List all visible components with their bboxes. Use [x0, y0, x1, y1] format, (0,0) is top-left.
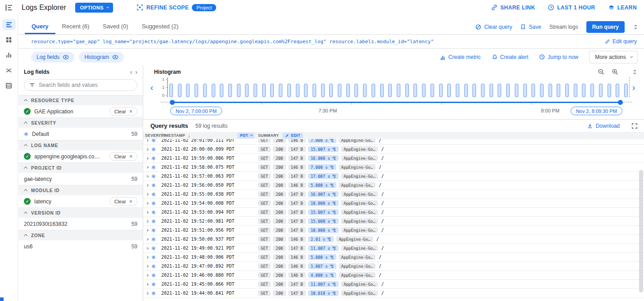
histogram-bar[interactable]: [338, 84, 341, 97]
user-agent-chip[interactable]: AppEngine-Go…: [341, 146, 378, 152]
time-range-button[interactable]: LAST 1 HOUR: [548, 4, 595, 11]
latency-chip[interactable]: 7.008 s: [308, 139, 336, 143]
latency-chip[interactable]: 4.008 s: [308, 272, 336, 278]
histogram-toggle-chip[interactable]: Histogram: [79, 52, 124, 63]
histogram-bar[interactable]: [557, 84, 560, 97]
pan-left-arrow[interactable]: ‹: [148, 83, 156, 92]
range-end-handle[interactable]: [618, 100, 623, 105]
histogram-bar[interactable]: [270, 84, 274, 97]
histogram-bar[interactable]: [439, 84, 443, 97]
response-size-chip[interactable]: 147 B: [288, 146, 306, 152]
http-method-chip[interactable]: GET: [258, 218, 271, 224]
expand-row-chevron-icon[interactable]: [146, 139, 149, 141]
user-agent-chip[interactable]: AppEngine-Go…: [341, 191, 378, 197]
clear-filter-button[interactable]: Clear×: [109, 152, 137, 161]
expand-row-chevron-icon[interactable]: [146, 229, 149, 232]
log-row[interactable]: 2021-11-02 19:58:00.075 PDTGET200146 B7.…: [143, 163, 644, 172]
http-status-chip[interactable]: 200: [273, 245, 286, 251]
histogram-bar[interactable]: [304, 84, 308, 97]
latency-chip[interactable]: 5.008 s: [308, 254, 336, 260]
user-agent-chip[interactable]: AppEngine-Go…: [339, 272, 376, 278]
histogram-bar[interactable]: [329, 84, 333, 97]
field-search-input[interactable]: [39, 82, 132, 88]
log-row[interactable]: 2021-11-02 20:01:00.111 PDTGET200146 B7.…: [143, 139, 644, 145]
http-method-chip[interactable]: GET: [258, 155, 271, 161]
http-method-chip[interactable]: GET: [258, 191, 271, 197]
log-row[interactable]: 2021-11-02 19:53:00.994 PDTGET200147 B15…: [143, 208, 644, 217]
download-button[interactable]: Download: [587, 123, 620, 129]
latency-chip[interactable]: 15.007 s: [308, 146, 339, 152]
histogram-bar[interactable]: [380, 84, 384, 97]
histogram-bars[interactable]: [168, 77, 630, 97]
histogram-bar[interactable]: [363, 84, 367, 97]
http-status-chip[interactable]: 200: [273, 155, 286, 161]
field-item[interactable]: us659: [18, 240, 143, 252]
histogram-bar[interactable]: [203, 84, 207, 97]
edit-summary-chip[interactable]: EDIT: [282, 133, 303, 139]
histogram-bar[interactable]: [481, 84, 485, 97]
histogram-bar[interactable]: [186, 84, 190, 97]
latency-chip[interactable]: 11.007 s: [308, 245, 339, 251]
user-agent-chip[interactable]: AppEngine-Go…: [339, 139, 376, 143]
log-row[interactable]: 2021-11-02 19:52:00.981 PDTGET200147 B15…: [143, 217, 644, 226]
zoom-out-icon[interactable]: [598, 68, 604, 75]
expand-row-chevron-icon[interactable]: [146, 184, 149, 187]
range-start-handle[interactable]: [170, 100, 175, 105]
http-status-chip[interactable]: 200: [273, 254, 286, 260]
response-size-chip[interactable]: 146 B: [288, 139, 306, 143]
histogram-bar[interactable]: [212, 84, 215, 97]
user-agent-chip[interactable]: AppEngine-Go…: [339, 254, 376, 260]
user-agent-chip[interactable]: AppEngine-Go…: [341, 218, 378, 224]
response-size-chip[interactable]: 146 B: [288, 272, 306, 278]
stream-logs-button[interactable]: Stream logs: [549, 24, 578, 30]
collapse-panel-left-icon[interactable]: ‹: [130, 68, 132, 76]
http-status-chip[interactable]: 200: [273, 209, 286, 215]
response-size-chip[interactable]: 147 B: [288, 209, 306, 215]
response-size-chip[interactable]: 147 B: [288, 218, 306, 224]
latency-chip[interactable]: 16.007 s: [308, 191, 339, 197]
response-size-chip[interactable]: 146 B: [288, 164, 306, 170]
field-section-header[interactable]: ZONE: [18, 230, 143, 240]
histogram-bar[interactable]: [169, 84, 173, 97]
expand-panel-right-icon[interactable]: ›: [135, 68, 137, 76]
histogram-bar[interactable]: [279, 84, 282, 97]
histogram-bar[interactable]: [178, 84, 181, 97]
nav-logs-explorer[interactable]: [2, 19, 16, 30]
clear-query-button[interactable]: Clear query: [475, 24, 512, 30]
sort-descending-icon[interactable]: ↓: [188, 133, 190, 138]
log-row[interactable]: 2021-11-02 19:47:00.892 PDTGET200146 B1.…: [143, 262, 644, 271]
field-section-header[interactable]: PROJECT ID: [18, 162, 143, 173]
expand-row-chevron-icon[interactable]: [146, 238, 149, 241]
fullscreen-icon[interactable]: [631, 123, 638, 129]
http-method-chip[interactable]: GET: [258, 209, 271, 215]
user-agent-chip[interactable]: AppEngine-Go…: [339, 182, 376, 188]
histogram-bar[interactable]: [254, 84, 257, 97]
timeline-selection[interactable]: [172, 102, 621, 103]
histogram-bar[interactable]: [422, 84, 426, 97]
collapse-query-icon[interactable]: [633, 24, 639, 30]
http-status-chip[interactable]: 200: [273, 182, 286, 188]
http-method-chip[interactable]: GET: [258, 263, 271, 269]
histogram-bar[interactable]: [531, 84, 535, 97]
nav-logs-router[interactable]: [2, 65, 16, 76]
histogram-bar[interactable]: [574, 84, 577, 97]
http-method-chip[interactable]: GET: [258, 290, 271, 296]
nav-logs-metrics[interactable]: [2, 49, 16, 61]
latency-chip[interactable]: 7.008 s: [308, 164, 336, 170]
query-editor[interactable]: resource.type="gae_app" log_name="projec…: [18, 35, 644, 49]
field-section-header[interactable]: VERSION ID: [18, 207, 143, 218]
create-metric-button[interactable]: Create metric: [440, 54, 481, 60]
clear-filter-button[interactable]: Clear×: [109, 197, 137, 206]
http-method-chip[interactable]: GET: [258, 164, 271, 170]
log-row[interactable]: 2021-11-02 20:00:00.099 PDTGET200147 B15…: [143, 145, 644, 154]
http-method-chip[interactable]: GET: [258, 272, 271, 278]
log-row[interactable]: 2021-11-02 19:48:00.906 PDTGET200146 B5.…: [143, 253, 644, 262]
run-query-button[interactable]: Run query: [586, 21, 625, 33]
tab-recent-6[interactable]: Recent (6): [55, 15, 96, 34]
histogram-bar[interactable]: [549, 84, 552, 97]
latency-chip[interactable]: 2.01 s: [308, 236, 334, 242]
response-size-chip[interactable]: 146 B: [288, 182, 306, 188]
http-status-chip[interactable]: 200: [273, 290, 286, 296]
histogram-bar[interactable]: [405, 84, 409, 97]
clear-filter-button[interactable]: Clear×: [109, 107, 137, 116]
